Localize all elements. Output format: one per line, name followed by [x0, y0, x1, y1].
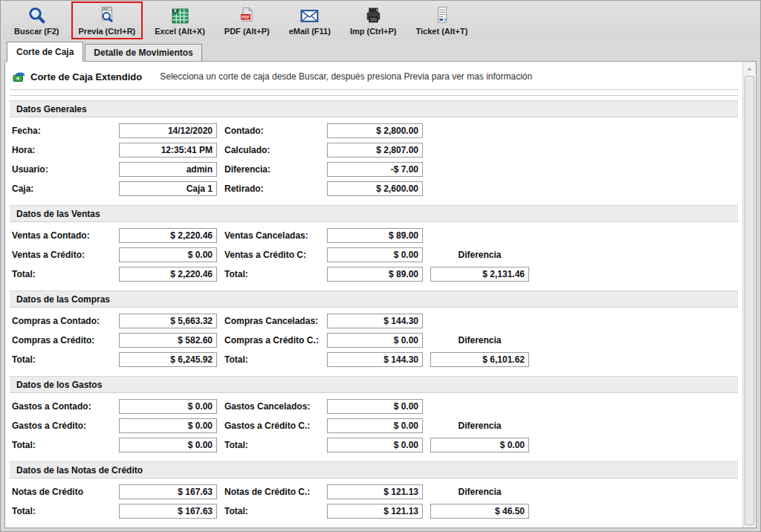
field-row: Ventas a Contado:$ 2,220.46Ventas Cancel…: [12, 228, 742, 243]
toolbar: Buscar (F2)Previa (Ctrl+R)XExcel (Alt+X)…: [1, 1, 760, 39]
field-row: Total:$ 2,220.46Total:$ 89.00$ 2,131.46: [12, 267, 742, 282]
third-column-cell: $ 46.50: [423, 504, 529, 519]
field-value-box[interactable]: $ 2,807.00: [327, 143, 423, 158]
third-column-cell: $ 6,101.62: [423, 352, 529, 367]
field-value-box[interactable]: $ 89.00: [327, 267, 423, 282]
field-value-box[interactable]: $ 0.00: [327, 418, 423, 433]
separator-line: [10, 89, 738, 90]
field-row: Gastos a Crédito:$ 0.00Gastos a Crédito …: [12, 418, 742, 433]
toolbar-button-pdf[interactable]: PDFPDF (Alt+P): [217, 1, 277, 39]
content-panel: Corte de Caja Extendido Selecciona un co…: [4, 61, 757, 528]
cash-report-icon: [13, 71, 26, 82]
field-value-box[interactable]: $ 0.00: [327, 399, 423, 414]
field-value-box[interactable]: 14/12/2020: [119, 123, 217, 138]
third-column-cell: $ 0.00: [423, 438, 529, 452]
field-value-box[interactable]: $ 2,220.46: [119, 267, 217, 282]
field-label: Gastos Cancelados:: [217, 399, 327, 414]
field-label: Total:: [12, 438, 119, 452]
field-value-box[interactable]: $ 0.00: [327, 333, 423, 348]
field-label: Total:: [217, 438, 327, 452]
diferencia-value-box[interactable]: $ 6,101.62: [430, 352, 529, 367]
field-value-box[interactable]: $ 0.00: [119, 247, 217, 262]
field-row: Total:$ 6,245.92Total:$ 144.30$ 6,101.62: [12, 352, 742, 367]
field-value-box[interactable]: $ 0.00: [119, 399, 217, 414]
field-value-box[interactable]: 12:35:41 PM: [119, 143, 217, 158]
field-value-box[interactable]: $ 144.30: [327, 314, 423, 328]
separator-line: [10, 95, 738, 96]
field-value-box[interactable]: -$ 7.00: [327, 162, 423, 177]
section-rows-notas: Notas de Crédito$ 167.63Notas de Crédito…: [12, 484, 742, 519]
toolbar-button-label: Excel (Alt+X): [155, 27, 205, 36]
field-value-box[interactable]: $ 167.63: [119, 504, 217, 519]
app-window: Buscar (F2)Previa (Ctrl+R)XExcel (Alt+X)…: [0, 0, 761, 532]
field-label: Notas de Crédito C.:: [217, 484, 327, 499]
field-value-box[interactable]: $ 121.13: [327, 484, 423, 499]
section-title: Datos de las Compras: [10, 294, 110, 305]
tab-strip: Corte de CajaDetalle de Movimientos: [1, 39, 760, 61]
tab-corte-de-caja[interactable]: Corte de Caja: [7, 42, 83, 62]
diferencia-column-label: Diferencia: [430, 421, 529, 431]
field-label: Gastos a Crédito:: [12, 418, 119, 433]
diferencia-value-box[interactable]: $ 2,131.46: [430, 267, 529, 282]
toolbar-button-buscar[interactable]: Buscar (F2): [7, 1, 67, 39]
section-header-notas: Datos de las Notas de Crédito: [10, 461, 738, 479]
field-label: Usuario:: [12, 162, 119, 177]
field-value-box[interactable]: $ 0.00: [119, 438, 217, 452]
ticket-icon: [433, 5, 450, 26]
toolbar-button-excel[interactable]: XExcel (Alt+X): [147, 1, 213, 39]
preview-icon: [98, 5, 116, 26]
search-icon: [27, 5, 47, 26]
field-label: Ventas a Crédito:: [12, 247, 119, 262]
field-value-box[interactable]: $ 0.00: [327, 247, 423, 262]
toolbar-button-label: Buscar (F2): [14, 27, 59, 36]
field-value-box[interactable]: $ 6,245.92: [119, 352, 217, 367]
field-row: Notas de Crédito$ 167.63Notas de Crédito…: [12, 484, 742, 499]
section-header-gastos: Datos de los Gastos: [10, 376, 738, 393]
field-row: Compras a Contado:$ 5,663.32Compras Canc…: [12, 314, 742, 328]
excel-icon: X: [170, 5, 190, 26]
field-label: Total:: [217, 504, 327, 519]
page-subtitle: Selecciona un corte de caja desde Buscar…: [160, 71, 532, 82]
diferencia-column-label: Diferencia: [430, 335, 529, 346]
field-label: Total:: [217, 352, 327, 367]
field-value-box[interactable]: admin: [119, 162, 217, 177]
scrollbar-up-arrow-icon[interactable]: ▲: [744, 62, 755, 74]
diferencia-value-box[interactable]: $ 0.00: [430, 438, 529, 452]
toolbar-button-ticket[interactable]: Ticket (Alt+T): [409, 1, 476, 39]
diferencia-column-label: Diferencia: [430, 487, 529, 497]
field-label: Contado:: [217, 123, 327, 138]
page-title: Corte de Caja Extendido: [30, 71, 142, 82]
field-value-box[interactable]: Caja 1: [119, 181, 217, 196]
section-title: Datos de las Ventas: [10, 209, 100, 219]
field-label: Diferencia:: [217, 162, 327, 177]
field-label: Total:: [12, 504, 119, 519]
vertical-scrollbar[interactable]: ▲: [742, 62, 756, 528]
section-rows-compras: Compras a Contado:$ 5,663.32Compras Canc…: [12, 314, 742, 367]
field-label: Total:: [12, 352, 119, 367]
field-label: Total:: [12, 267, 119, 282]
field-value-box[interactable]: $ 0.00: [327, 438, 423, 452]
section-title: Datos Generales: [10, 104, 87, 114]
toolbar-button-email[interactable]: eMail (F11): [282, 1, 338, 39]
field-label: Compras Canceladas:: [217, 314, 327, 328]
field-value-box[interactable]: $ 121.13: [327, 504, 423, 519]
field-value-box[interactable]: $ 5,663.32: [119, 314, 217, 328]
field-value-box[interactable]: $ 144.30: [327, 352, 423, 367]
toolbar-button-previa[interactable]: Previa (Ctrl+R): [71, 1, 143, 39]
field-value-box[interactable]: $ 2,800.00: [327, 123, 423, 138]
field-value-box[interactable]: $ 2,220.46: [119, 228, 217, 243]
third-column-cell: $ 2,131.46: [423, 267, 529, 282]
tab-detalle-de-movimientos[interactable]: Detalle de Movimientos: [85, 44, 201, 61]
field-value-box[interactable]: $ 0.00: [119, 418, 217, 433]
field-value-box[interactable]: $ 89.00: [327, 228, 423, 243]
field-label: Retirado:: [217, 181, 327, 196]
field-label: Gastos a Contado:: [12, 399, 119, 414]
diferencia-value-box[interactable]: $ 46.50: [430, 504, 529, 519]
field-value-box[interactable]: $ 582.60: [119, 333, 217, 348]
field-value-box[interactable]: $ 167.63: [119, 484, 217, 499]
email-icon: [299, 5, 320, 26]
scrollbar-thumb[interactable]: [745, 76, 754, 525]
toolbar-button-imp[interactable]: Imp (Ctrl+P): [343, 1, 404, 39]
field-value-box[interactable]: $ 2,600.00: [327, 181, 423, 196]
field-row: Total:$ 0.00Total:$ 0.00$ 0.00: [12, 438, 742, 452]
